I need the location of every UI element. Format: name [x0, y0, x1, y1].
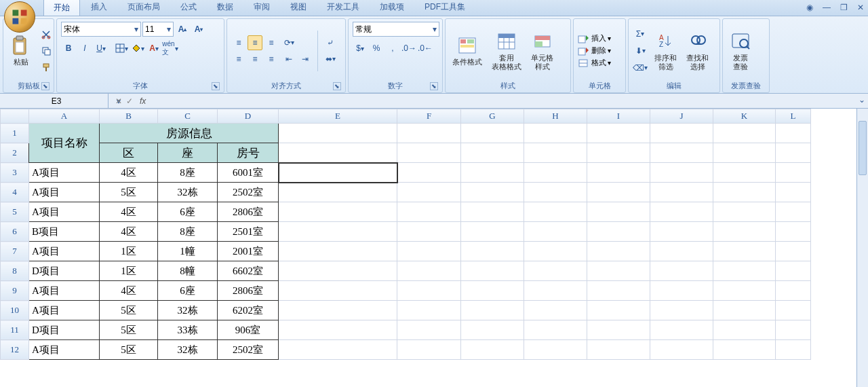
cell-J6[interactable] [650, 222, 713, 242]
cell-A1[interactable]: 项目名称 [29, 124, 100, 163]
col-header-G[interactable]: G [461, 109, 524, 124]
cell-C5[interactable]: 6座 [158, 202, 218, 222]
cell-K11[interactable] [713, 320, 776, 340]
cell-A6[interactable]: B项目 [29, 222, 100, 242]
cell-L3[interactable] [776, 163, 811, 183]
cell-K1[interactable] [713, 124, 776, 143]
cell-H7[interactable] [524, 242, 587, 261]
alignment-launcher[interactable]: ⬊ [333, 82, 341, 90]
copy-button[interactable] [39, 43, 54, 58]
cell-C4[interactable]: 32栋 [158, 183, 218, 202]
align-center-button[interactable]: ≡ [248, 52, 262, 67]
tab-8[interactable]: 加载项 [370, 0, 414, 16]
col-header-J[interactable]: J [650, 109, 713, 124]
cell-D7[interactable]: 2001室 [218, 242, 279, 261]
font-name-input[interactable] [64, 24, 132, 34]
cell-E12[interactable] [279, 340, 397, 360]
number-launcher[interactable]: ⬊ [430, 82, 438, 90]
cell-J3[interactable] [650, 163, 713, 183]
cell-L6[interactable] [776, 222, 811, 242]
cell-H11[interactable] [524, 320, 587, 340]
accounting-button[interactable]: $▾ [353, 41, 368, 56]
cell-D12[interactable]: 2502室 [218, 340, 279, 360]
cell-C2[interactable]: 座 [158, 143, 218, 163]
tab-6[interactable]: 视图 [281, 0, 316, 16]
col-header-C[interactable]: C [158, 109, 218, 124]
sort-filter-button[interactable]: AZ 排序和 筛选 [652, 29, 679, 73]
cell-H8[interactable] [524, 261, 587, 281]
fill-button[interactable]: ⬇▾ [633, 43, 648, 58]
increase-indent-button[interactable]: ⇥ [298, 52, 313, 67]
cell-F1[interactable] [397, 124, 461, 143]
cell-H3[interactable] [524, 163, 587, 183]
cell-K6[interactable] [713, 222, 776, 242]
fx-icon[interactable]: fx [140, 96, 150, 106]
number-format-combo[interactable]: ▾ [353, 22, 439, 37]
paste-button[interactable]: 粘贴 [7, 33, 35, 68]
cell-E4[interactable] [279, 183, 397, 202]
cell-C3[interactable]: 8座 [158, 163, 218, 183]
row-header-4[interactable]: 4 [1, 183, 29, 202]
cell-J11[interactable] [650, 320, 713, 340]
border-button[interactable]: ▾ [114, 41, 129, 56]
cell-I9[interactable] [587, 281, 650, 301]
cell-L11[interactable] [776, 320, 811, 340]
formula-input[interactable] [150, 96, 868, 106]
align-right-button[interactable]: ≡ [264, 52, 279, 67]
cell-G2[interactable] [461, 143, 524, 163]
vertical-scrollbar[interactable] [856, 109, 868, 387]
name-box[interactable]: ▾ [0, 94, 108, 108]
cell-H6[interactable] [524, 222, 587, 242]
cell-F3[interactable] [397, 163, 461, 183]
chevron-down-icon[interactable]: ▾ [165, 24, 171, 34]
cell-E11[interactable] [279, 320, 397, 340]
cell-B4[interactable]: 5区 [100, 183, 158, 202]
row-header-6[interactable]: 6 [1, 222, 29, 242]
cell-K12[interactable] [713, 340, 776, 360]
cell-F10[interactable] [397, 301, 461, 320]
cell-J4[interactable] [650, 183, 713, 202]
tab-4[interactable]: 数据 [208, 0, 243, 16]
cell-L9[interactable] [776, 281, 811, 301]
align-top-button[interactable]: ≡ [231, 35, 246, 50]
cell-D2[interactable]: 房号 [218, 143, 279, 163]
minimize-icon[interactable]: — [823, 3, 831, 12]
cell-K5[interactable] [713, 202, 776, 222]
cell-I8[interactable] [587, 261, 650, 281]
cell-L5[interactable] [776, 202, 811, 222]
cell-J2[interactable] [650, 143, 713, 163]
cell-B5[interactable]: 4区 [100, 202, 158, 222]
cell-A7[interactable]: A项目 [29, 242, 100, 261]
grow-font-button[interactable]: A▴ [175, 22, 190, 37]
cell-K10[interactable] [713, 301, 776, 320]
underline-button[interactable]: U▾ [94, 41, 108, 56]
cell-H5[interactable] [524, 202, 587, 222]
cell-I5[interactable] [587, 202, 650, 222]
cell-styles-button[interactable]: 单元格 样式 [528, 29, 556, 73]
cell-B1[interactable]: 房源信息 [100, 124, 279, 143]
increase-decimal-button[interactable]: .0→ [401, 41, 416, 56]
close-icon[interactable]: ✕ [857, 3, 864, 12]
font-name-combo[interactable]: ▾ [61, 22, 141, 37]
cell-E1[interactable] [279, 124, 397, 143]
row-header-9[interactable]: 9 [1, 281, 29, 301]
col-header-A[interactable]: A [29, 109, 100, 124]
cell-B11[interactable]: 5区 [100, 320, 158, 340]
tab-1[interactable]: 插入 [81, 0, 117, 16]
expand-formula-bar-icon[interactable]: ⌄ [859, 95, 865, 105]
font-color-button[interactable]: A▾ [146, 41, 161, 56]
cell-H2[interactable] [524, 143, 587, 163]
tab-5[interactable]: 审阅 [244, 0, 279, 16]
merge-button[interactable]: ⬌▾ [323, 52, 338, 67]
restore-icon[interactable]: ❐ [840, 3, 848, 12]
cell-E8[interactable] [279, 261, 397, 281]
cell-J7[interactable] [650, 242, 713, 261]
cell-C10[interactable]: 32栋 [158, 301, 218, 320]
cell-F8[interactable] [397, 261, 461, 281]
cell-D4[interactable]: 2502室 [218, 183, 279, 202]
insert-cells-button[interactable]: 插入▾ [578, 33, 611, 43]
cell-A9[interactable]: A项目 [29, 281, 100, 301]
worksheet[interactable]: ABCDEFGHIJKL1项目名称房源信息2区座房号3A项目4区8座6001室4… [0, 109, 868, 387]
cell-A12[interactable]: A项目 [29, 340, 100, 360]
cell-L8[interactable] [776, 261, 811, 281]
